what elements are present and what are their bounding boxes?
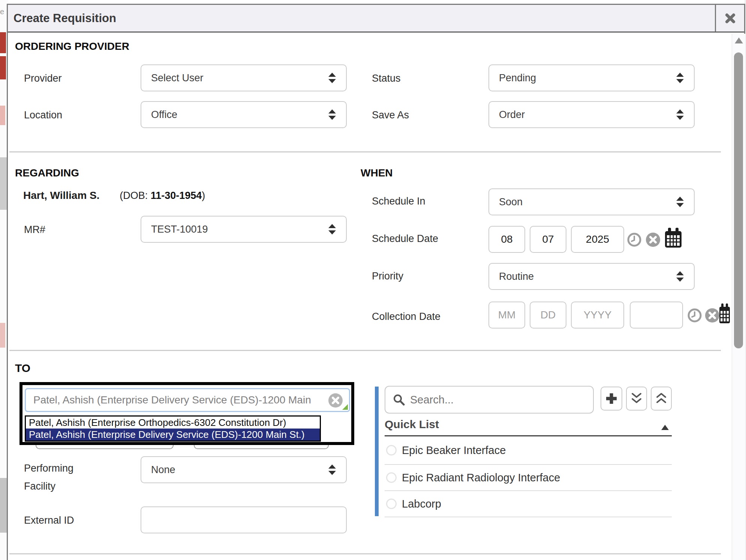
collection-year-input[interactable]: [571, 302, 624, 329]
when-heading: WHEN: [361, 167, 393, 179]
select-caret-icon: [328, 109, 336, 121]
schedule-time-clock-icon[interactable]: [627, 232, 642, 247]
recipient-clear-icon[interactable]: [328, 393, 343, 408]
to-heading: TO: [15, 362, 30, 375]
backdrop-fragment: [0, 106, 5, 125]
performing-facility-select[interactable]: None: [141, 456, 347, 483]
select-caret-icon: [328, 464, 336, 476]
add-button[interactable]: [601, 387, 622, 411]
collection-time-input[interactable]: [630, 302, 683, 329]
ordering-provider-heading: ORDERING PROVIDER: [15, 40, 129, 52]
select-caret-icon: [676, 196, 684, 208]
expand-all-button[interactable]: [626, 387, 647, 411]
mr-number-label: MR#: [24, 224, 45, 236]
recipient-input-wrap: [25, 388, 350, 412]
radio-icon[interactable]: [386, 445, 397, 455]
select-caret-icon: [676, 109, 684, 121]
suggestion-item[interactable]: Patel, Ashish (Enterprise Orthopedics-63…: [26, 417, 320, 429]
external-id-input[interactable]: [141, 506, 347, 533]
patient-dob: 11-30-1954: [151, 190, 202, 201]
status-label: Status: [372, 73, 401, 84]
select-caret-icon: [676, 72, 684, 84]
quick-list-heading: Quick List: [385, 418, 439, 431]
provider-label: Provider: [24, 73, 62, 84]
schedule-date-calendar-icon[interactable]: [664, 228, 682, 249]
patient-line: Hart, William S. (DOB: 11-30-1954): [23, 190, 205, 202]
quick-list-accent-bar: [375, 387, 379, 516]
collection-date-calendar-icon[interactable]: [719, 303, 730, 324]
quick-list-item[interactable]: Epic Radiant Radiology Interface: [385, 465, 672, 491]
scrollbar-thumb[interactable]: [734, 52, 743, 348]
scrollbar-up-arrow-icon[interactable]: [735, 37, 743, 43]
section-divider: [9, 151, 721, 152]
schedule-date-clear-icon[interactable]: [646, 232, 661, 247]
save-as-label: Save As: [372, 109, 409, 121]
search-input[interactable]: [410, 394, 593, 406]
backdrop-fragment: [0, 32, 6, 53]
dialog-header: Create Requisition: [8, 5, 744, 33]
regarding-heading: REGARDING: [15, 167, 79, 179]
status-select[interactable]: Pending: [488, 64, 695, 91]
backdrop-fragment: [0, 323, 5, 348]
radio-icon[interactable]: [386, 472, 397, 483]
collection-date-label: Collection Date: [372, 311, 440, 323]
schedule-day-input[interactable]: [530, 226, 566, 253]
backdrop-fragment: [0, 56, 6, 79]
recipient-suggestion-list: Patel, Ashish (Enterprise Orthopedics-63…: [25, 415, 321, 442]
backdrop-fragment: [0, 157, 7, 210]
quick-list-searchbox: [385, 386, 594, 414]
performing-facility-label: Performing Facility: [24, 459, 106, 495]
dob-prefix: (DOB:: [120, 190, 151, 201]
mr-number-select[interactable]: TEST-10019: [141, 216, 347, 243]
provider-select[interactable]: Select User: [141, 64, 347, 91]
collection-date-clear-icon[interactable]: [705, 308, 720, 323]
priority-select[interactable]: Routine: [488, 263, 695, 290]
section-divider: [9, 350, 721, 351]
select-caret-icon: [328, 223, 336, 235]
schedule-in-label: Schedule In: [372, 196, 425, 207]
resize-handle-icon[interactable]: [342, 404, 348, 410]
backdrop-text-fragment: e: [0, 7, 4, 16]
quick-list-item[interactable]: Labcorp: [385, 491, 672, 517]
priority-label: Priority: [372, 270, 403, 282]
collapse-all-button[interactable]: [651, 387, 672, 411]
quick-list-collapse-icon[interactable]: [661, 425, 669, 430]
select-caret-icon: [328, 72, 336, 84]
suggestion-item-selected[interactable]: Patel, Ashish (Enterprise Delivery Servi…: [26, 429, 320, 441]
collection-time-clock-icon[interactable]: [687, 308, 702, 323]
radio-icon[interactable]: [386, 499, 397, 509]
dob-suffix: ): [202, 190, 205, 201]
patient-name: Hart, William S.: [23, 190, 100, 201]
dialog-title: Create Requisition: [8, 12, 116, 25]
recipient-highlight-callout: Patel, Ashish (Enterprise Orthopedics-63…: [19, 382, 354, 445]
schedule-date-label: Schedule Date: [372, 233, 438, 245]
double-chevron-down-icon: [631, 392, 642, 405]
external-id-label: External ID: [24, 515, 74, 526]
schedule-year-input[interactable]: [571, 226, 624, 253]
create-requisition-screen: e Create Requisition ORDERING PROVIDER P…: [0, 0, 746, 560]
close-icon: [725, 13, 736, 24]
schedule-in-select[interactable]: Soon: [488, 188, 695, 215]
schedule-month-input[interactable]: [488, 226, 525, 253]
vertical-scrollbar[interactable]: [732, 34, 745, 560]
collection-month-input[interactable]: [488, 302, 525, 329]
backdrop-fragment: [0, 478, 7, 533]
close-button[interactable]: [715, 5, 744, 31]
double-chevron-up-icon: [656, 392, 667, 405]
plus-icon: [605, 392, 618, 405]
location-select[interactable]: Office: [141, 101, 347, 128]
search-icon: [393, 394, 405, 406]
quick-list: Epic Beaker Interface Epic Radiant Radio…: [385, 435, 672, 517]
select-caret-icon: [676, 270, 684, 282]
collection-day-input[interactable]: [530, 302, 566, 329]
location-label: Location: [24, 109, 62, 121]
quick-list-item[interactable]: Epic Beaker Interface: [385, 436, 672, 465]
recipient-search-input[interactable]: [26, 389, 349, 411]
save-as-select[interactable]: Order: [488, 101, 695, 128]
section-divider: [9, 553, 721, 554]
